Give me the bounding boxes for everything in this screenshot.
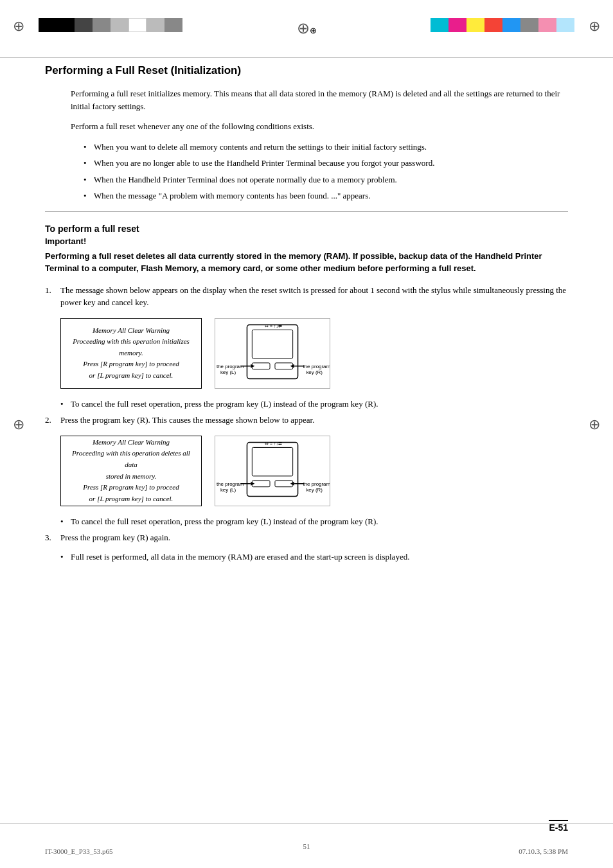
main-bullet-list: • When you want to delete all memory con…	[84, 141, 568, 202]
side-reg-right: ⊕	[589, 416, 600, 433]
step-3: 3. Press the program key (R) again.	[45, 531, 568, 544]
device-svg-1: ⇔ = ↑↓⇌ the program key (L) the program …	[215, 318, 330, 389]
step-num-2: 2.	[45, 414, 60, 427]
strip-lightblue	[556, 18, 574, 32]
bottom-right-text: 07.10.3, 5:38 PM	[519, 847, 568, 855]
screen-box-2: Memory All Clear Warning Proceeding with…	[60, 436, 202, 506]
important-label: Important!	[45, 236, 568, 246]
screen2-line5: or [L program key] to cancel.	[89, 493, 173, 505]
strip-white1	[129, 18, 147, 32]
bullet-dot-3: •	[84, 173, 94, 186]
strip-lightgray2	[147, 18, 164, 32]
screen1-line1: Memory All Clear Warning	[93, 325, 170, 337]
color-strips-left	[39, 18, 182, 32]
page-wrapper: ⊕ ⊕ ⊕ ⊕ ⊕ Performing a Full Reset (Initi…	[0, 0, 613, 868]
bullet-dot-2: •	[84, 157, 94, 170]
screen1-line3: Press [R program key] to proceed	[83, 359, 179, 370]
bottom-left-text: IT-3000_E_P33_53.p65	[45, 847, 113, 855]
svg-text:key (L): key (L)	[220, 486, 236, 492]
step-num-1: 1.	[45, 284, 60, 309]
step-2: 2. Press the program key (R). This cause…	[45, 414, 568, 427]
svg-rect-2	[252, 362, 270, 369]
inline-bullet-text-cancel2: To cancel the full reset operation, pres…	[71, 515, 378, 528]
svg-text:the program: the program	[217, 481, 244, 486]
svg-rect-16	[275, 480, 293, 486]
strip-red	[484, 18, 502, 32]
main-content: Performing a Full Reset (Initialization)…	[0, 64, 613, 563]
reg-mark-left: ⊕	[13, 18, 24, 35]
strip-black1	[39, 18, 57, 32]
reg-mark-right: ⊕	[589, 18, 600, 35]
svg-text:the program: the program	[303, 363, 330, 369]
bullet-text-3: When the Handheld Printer Terminal does …	[94, 173, 397, 186]
step-1: 1. The message shown below appears on th…	[45, 284, 568, 309]
inline-bullet-text-final: Full reset is performed, all data in the…	[71, 551, 409, 563]
strip-blue	[502, 18, 520, 32]
side-reg-left: ⊕	[13, 416, 24, 433]
bottom-bar: IT-3000_E_P33_53.p65 51 07.10.3, 5:38 PM	[0, 823, 613, 868]
svg-rect-1	[252, 330, 292, 359]
inline-bullet-1: • To cancel the full reset operation, pr…	[60, 398, 568, 411]
bullet-item-1: • When you want to delete all memory con…	[84, 141, 568, 154]
svg-text:⇔ = ↑↓⇌: ⇔ = ↑↓⇌	[265, 324, 282, 328]
strip-darkgray1	[75, 18, 93, 32]
subsection-title: To perform a full reset	[45, 224, 568, 234]
strip-gray2	[164, 18, 182, 32]
bullet-text-2: When you are no longer able to use the H…	[94, 157, 434, 170]
step-text-1: The message shown below appears on the d…	[60, 284, 568, 309]
strip-cyan	[431, 18, 449, 32]
svg-rect-15	[252, 480, 270, 486]
svg-text:the program: the program	[217, 363, 244, 369]
inline-bullet-dot-final: •	[60, 551, 71, 563]
svg-text:key (L): key (L)	[220, 369, 236, 375]
strip-lightgray1	[111, 18, 129, 32]
svg-text:key (R): key (R)	[306, 369, 323, 375]
inline-bullet-cancel2: • To cancel the full reset operation, pr…	[60, 515, 568, 528]
screen1-line4: or [L program key] to cancel.	[89, 370, 173, 382]
bullet-item-3: • When the Handheld Printer Terminal doe…	[84, 173, 568, 186]
bullet-item-2: • When you are no longer able to use the…	[84, 157, 568, 170]
strip-yellow	[466, 18, 484, 32]
bullet-text-1: When you want to delete all memory conte…	[94, 141, 427, 154]
inline-bullet-text-1: To cancel the full reset operation, pres…	[71, 398, 378, 411]
intro-paragraph1: Performing a full reset initializes memo…	[71, 87, 568, 112]
svg-text:key (R): key (R)	[306, 486, 323, 492]
strip-pink	[538, 18, 556, 32]
center-crosshair: ⊕	[297, 19, 316, 39]
strip-black2	[57, 18, 75, 32]
svg-text:the program: the program	[303, 481, 330, 486]
svg-text:⇔ = ↑↓⇌: ⇔ = ↑↓⇌	[265, 441, 282, 446]
screen2-line4: Press [R program key] to proceed	[83, 482, 179, 493]
device-svg-2: ⇔ = ↑↓⇌ the program key (L) the program …	[215, 436, 330, 506]
color-strips-right	[431, 18, 574, 32]
bullet-dot-4: •	[84, 190, 94, 202]
screen1-line2: Proceeding with this operation initializ…	[65, 336, 197, 359]
diagram-row-1: Memory All Clear Warning Proceeding with…	[60, 318, 568, 389]
screen2-line2: Proceeding with this operation deletes a…	[65, 448, 197, 470]
top-bar: ⊕ ⊕ ⊕	[0, 0, 613, 58]
svg-rect-14	[252, 447, 292, 476]
important-text: Performing a full reset deletes all data…	[45, 250, 568, 275]
diagram-row-2: Memory All Clear Warning Proceeding with…	[60, 436, 568, 506]
strip-magenta	[449, 18, 466, 32]
inline-bullet-dot-cancel2: •	[60, 515, 71, 528]
intro-paragraph2: Perform a full reset whenever any one of…	[71, 120, 568, 133]
bullet-text-4: When the message "A problem with memory …	[94, 190, 370, 202]
bottom-center-num: 51	[303, 842, 310, 850]
inline-bullet-final: • Full reset is performed, all data in t…	[60, 551, 568, 563]
step-text-2: Press the program key (R). This causes t…	[60, 414, 314, 427]
step-num-3: 3.	[45, 531, 60, 544]
bullet-dot-1: •	[84, 141, 94, 154]
svg-rect-3	[275, 362, 293, 369]
strip-gray3	[520, 18, 538, 32]
device-diagram-2: ⇔ = ↑↓⇌ the program key (L) the program …	[215, 436, 330, 506]
page-title: Performing a Full Reset (Initialization)	[45, 64, 568, 77]
device-diagram-1: ⇔ = ↑↓⇌ the program key (L) the program …	[215, 318, 330, 389]
screen-box-1: Memory All Clear Warning Proceeding with…	[60, 318, 202, 389]
inline-bullet-dot-1: •	[60, 398, 71, 411]
step-text-3: Press the program key (R) again.	[60, 531, 170, 544]
screen2-line3: stored in memory.	[106, 471, 157, 483]
bullet-item-4: • When the message "A problem with memor…	[84, 190, 568, 202]
strip-gray1	[93, 18, 111, 32]
screen2-line1: Memory All Clear Warning	[93, 437, 170, 448]
